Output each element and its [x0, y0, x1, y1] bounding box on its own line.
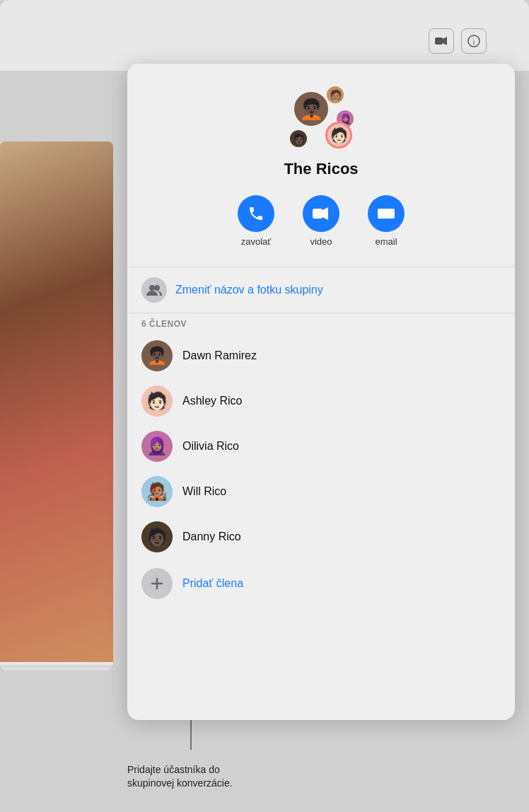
- svg-marker-4: [443, 37, 447, 45]
- annotation-bottom: Pridajte účastníka do skupinovej konverz…: [127, 763, 269, 791]
- video-label: video: [310, 236, 332, 247]
- svg-rect-7: [313, 209, 322, 219]
- email-label: email: [375, 236, 397, 247]
- call-action[interactable]: zavolať: [238, 195, 274, 247]
- info-button[interactable]: i: [461, 28, 487, 54]
- change-name-text: Zmeniť názov a fotku skupiny: [175, 284, 323, 296]
- avatar-oilivia: 🧕🏽: [141, 431, 173, 462]
- avatar-danny: 🧑🏿: [141, 521, 173, 552]
- change-group-name-row[interactable]: Zmeniť názov a fotku skupiny: [127, 267, 515, 313]
- svg-marker-8: [322, 207, 328, 220]
- group-icon: [141, 277, 167, 303]
- avatar-dawn: 🧑🏿‍🦱: [141, 340, 173, 371]
- action-buttons-row: zavolať video email: [238, 195, 405, 247]
- background-top-bar: i: [0, 0, 529, 71]
- avatar-ashley: 🧑🏻: [141, 385, 173, 417]
- group-info-panel: 🧑🏿‍🦱 🧑🏽 🧑🏿 🧕🏽 🧑🏻 The Ricos zavolať: [127, 64, 515, 720]
- video-action[interactable]: video: [303, 195, 339, 247]
- top-action-buttons: i: [429, 28, 487, 54]
- member-row-danny[interactable]: 🧑🏿 Danny Rico: [127, 514, 515, 559]
- call-button[interactable]: [238, 195, 274, 232]
- member-row-dawn[interactable]: 🧑🏿‍🦱 Dawn Ramirez: [127, 333, 515, 378]
- group-avatar-cluster: 🧑🏿‍🦱 🧑🏽 🧑🏿 🧕🏽 🧑🏻: [286, 85, 356, 149]
- members-section: 6 ČLENOV 🧑🏿‍🦱 Dawn Ramirez 🧑🏻 Ashley Ric…: [127, 313, 515, 606]
- annotation-bottom-line2: skupinovej konverzácie.: [127, 777, 233, 789]
- svg-text:i: i: [472, 37, 475, 46]
- email-action[interactable]: email: [368, 195, 405, 247]
- left-sidebar-photo: [0, 141, 113, 671]
- svg-point-10: [149, 285, 155, 291]
- member-name-will: Will Rico: [182, 485, 226, 498]
- video-button[interactable]: [303, 195, 339, 232]
- member-name-dawn: Dawn Ramirez: [182, 349, 257, 362]
- avatar-will: 🧑🏽‍🎤: [141, 476, 173, 507]
- add-member-row[interactable]: Pridať člena: [127, 561, 515, 606]
- member-name-ashley: Ashley Rico: [182, 395, 242, 407]
- call-label: zavolať: [241, 236, 271, 247]
- video-call-button[interactable]: [429, 28, 454, 54]
- member-name-oilivia: Oilivia Rico: [182, 440, 239, 453]
- add-member-icon: [141, 568, 173, 599]
- add-member-text: Pridať člena: [182, 577, 243, 590]
- member-name-danny: Danny Rico: [182, 530, 241, 543]
- annotation-bottom-line1: Pridajte účastníka do: [127, 764, 220, 775]
- member-row-oilivia[interactable]: 🧕🏽 Oilivia Rico: [127, 424, 515, 469]
- group-name: The Ricos: [284, 160, 358, 178]
- member-row-ashley[interactable]: 🧑🏻 Ashley Rico: [127, 378, 515, 424]
- avatar-main: 🧑🏿‍🦱: [293, 91, 330, 127]
- members-header: 6 ČLENOV: [127, 313, 515, 333]
- svg-point-11: [154, 285, 160, 291]
- svg-rect-3: [435, 37, 443, 45]
- email-button[interactable]: [368, 195, 405, 232]
- avatar-bottom-left: 🧑🏿: [289, 129, 308, 149]
- member-row-will[interactable]: 🧑🏽‍🎤 Will Rico: [127, 469, 515, 514]
- avatar-highlighted: 🧑🏻: [325, 122, 352, 149]
